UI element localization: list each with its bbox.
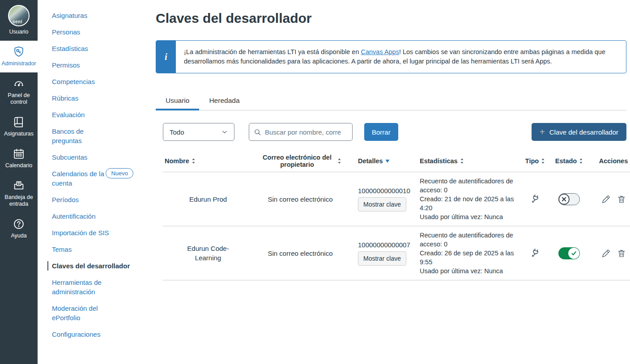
nav-item-herramientas-admin[interactable]: Herramientas de administración [52, 278, 141, 296]
sidebar-item-user[interactable]: seni Usuario [0, 0, 38, 41]
key-details-cell: 10000000000010 Mostrar clave [347, 182, 418, 216]
nav-item-evaluacion[interactable]: Evaluación [52, 110, 141, 119]
sidebar-item-courses[interactable]: Asignaturas [0, 111, 38, 143]
nav-item-competencias[interactable]: Competencias [52, 77, 141, 86]
lti-plug-icon [529, 193, 541, 205]
column-header-nombre[interactable]: Nombre [163, 155, 253, 167]
help-question-icon [13, 218, 25, 230]
nav-item-autentificacion[interactable]: Autentificación [52, 212, 141, 221]
nav-item-claves-desarrollador[interactable]: Claves del desarrollador [47, 261, 141, 271]
edit-key-button[interactable] [601, 249, 611, 258]
nav-item-configuraciones[interactable]: Configuraciones [52, 330, 141, 339]
search-field [249, 123, 353, 141]
add-developer-key-button[interactable]: + Clave del desarrollador [532, 123, 626, 141]
nav-item-subcuentas[interactable]: Subcuentas [52, 152, 141, 162]
tab-usuario[interactable]: Usuario [156, 92, 199, 110]
sort-icon [579, 158, 583, 164]
column-header-detalles[interactable]: Detalles [347, 155, 418, 167]
key-id: 10000000000007 [358, 241, 416, 249]
sidebar-item-label: Bandeja de entrada [1, 194, 37, 207]
user-avatar: seni [8, 5, 30, 26]
toggle-knob [558, 194, 570, 205]
lti-plug-icon [529, 247, 541, 259]
table-row: Edurun Code-Learning Sin correo electrón… [163, 226, 630, 280]
state-toggle-off[interactable] [558, 193, 580, 205]
canvas-apps-link[interactable]: Canvas Apps [361, 48, 399, 55]
key-details-cell: 10000000000007 Mostrar clave [347, 237, 418, 270]
key-stats-cell: Recuento de autentificadores de acceso: … [418, 226, 522, 280]
key-state-cell [549, 243, 590, 264]
column-header-correo[interactable]: Correo electrónico del propietario [253, 151, 347, 171]
filter-toolbar: Todo Borrar + Clave del desarrollador [163, 123, 626, 141]
lti-info-banner: i ¡La administración de herramientas LTI… [156, 40, 626, 73]
info-icon: i [156, 41, 176, 73]
search-input[interactable] [265, 128, 345, 136]
keys-section: Todo Borrar + Clave del desarrollador [163, 123, 626, 280]
nav-item-bancos-preguntas[interactable]: Bancos de preguntas [52, 127, 141, 145]
clear-search-button[interactable]: Borrar [364, 123, 398, 141]
tab-heredada[interactable]: Heredada [199, 92, 249, 110]
sidebar-item-admin[interactable]: Administrador [0, 41, 38, 72]
nuevo-badge: Nuevo [106, 168, 133, 178]
sidebar-item-label: Ayuda [1, 233, 37, 239]
show-key-button[interactable]: Mostrar clave [358, 197, 406, 212]
state-toggle-on[interactable] [558, 247, 580, 259]
nav-item-calendarios-cuenta[interactable]: Calendarios de la cuenta Nuevo [52, 169, 141, 188]
sidebar-item-dashboard[interactable]: Panel de control [0, 72, 38, 111]
edit-key-button[interactable] [601, 195, 611, 204]
sort-icon [337, 158, 341, 164]
sidebar-item-label: Panel de control [1, 92, 37, 106]
trash-icon [617, 249, 626, 258]
pencil-icon [601, 195, 611, 204]
sidebar-item-inbox[interactable]: Bandeja de entrada [0, 174, 38, 213]
sort-desc-icon [385, 159, 390, 163]
calendar-icon [13, 148, 25, 160]
column-header-estado[interactable]: Estado [549, 155, 590, 167]
delete-key-button[interactable] [617, 195, 626, 204]
column-header-acciones: Acciones [590, 155, 630, 167]
nav-item-moderacion-eportfolio[interactable]: Moderación del ePortfolio [52, 304, 141, 322]
sidebar-item-help[interactable]: Ayuda [0, 213, 38, 245]
delete-key-button[interactable] [617, 249, 626, 258]
key-scope-tabs: Usuario Heredada [156, 92, 626, 110]
plus-icon: + [540, 127, 545, 136]
column-header-tipo[interactable]: Tipo [522, 155, 549, 167]
main-content: Claves del desarrollador i ¡La administr… [145, 0, 630, 364]
page-title: Claves del desarrollador [156, 11, 626, 26]
global-sidebar: seni Usuario Administrador [0, 0, 38, 364]
column-header-estadisticas[interactable]: Estadísticas [418, 155, 522, 167]
nav-item-permisos[interactable]: Permisos [52, 60, 141, 70]
account-nav: Asignaturas Personas Estadísticas Permis… [38, 0, 145, 364]
sidebar-item-label: Calendario [1, 162, 37, 169]
nav-item-estadisticas[interactable]: Estadísticas [52, 44, 141, 53]
nav-item-asignaturas[interactable]: Asignaturas [52, 11, 141, 20]
chevron-down-icon [221, 128, 229, 136]
toggle-knob [568, 248, 579, 259]
key-stats-cell: Recuento de autentificadores de acceso: … [418, 172, 522, 226]
trash-icon [617, 195, 626, 204]
nav-item-personas[interactable]: Personas [52, 27, 141, 37]
sidebar-item-label: Usuario [1, 29, 37, 35]
sort-icon [541, 158, 545, 164]
sort-icon [460, 158, 464, 164]
key-email-cell: Sin correo electrónico [253, 191, 347, 207]
admin-shield-key-icon [13, 46, 25, 58]
inbox-icon [13, 179, 25, 192]
type-filter-select[interactable]: Todo [163, 123, 234, 141]
app-root: seni Usuario Administrador [0, 0, 630, 364]
nav-item-importacion-sis[interactable]: Importación de SIS [52, 228, 141, 237]
courses-book-icon [13, 116, 25, 128]
key-name-cell: Edurun Code-Learning [163, 239, 253, 267]
x-icon [562, 197, 566, 202]
info-banner-text: ¡La administración de herramientas LTI y… [176, 42, 626, 72]
developer-keys-table: Nombre Correo electrónico del propietari… [163, 150, 630, 280]
dashboard-gauge-icon [13, 77, 25, 90]
key-id: 10000000000010 [358, 187, 416, 195]
sidebar-item-calendar[interactable]: Calendario [0, 143, 38, 174]
nav-item-temas[interactable]: Temas [52, 245, 141, 254]
nav-item-periodos[interactable]: Períodos [52, 195, 141, 204]
nav-item-rubricas[interactable]: Rúbricas [52, 93, 141, 103]
show-key-button[interactable]: Mostrar clave [358, 251, 406, 266]
key-actions-cell [590, 244, 630, 262]
key-type-cell [522, 189, 549, 209]
